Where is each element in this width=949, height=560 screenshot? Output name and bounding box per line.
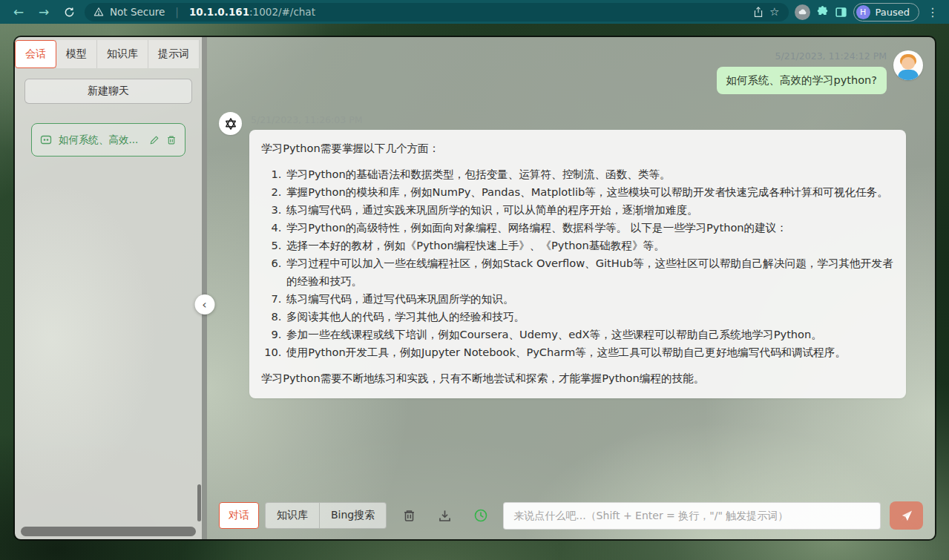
download-chat-icon[interactable] (438, 509, 452, 523)
list-item: 练习编写代码，通过写代码来巩固所学的知识。 (285, 290, 894, 308)
history-clock-icon[interactable] (473, 508, 488, 523)
tab-conversations[interactable]: 会话 (15, 40, 56, 68)
mode-bing-search-button[interactable]: Bing搜索 (319, 503, 386, 528)
user-avatar (893, 50, 923, 80)
sidebar-vertical-scrollbar[interactable] (197, 484, 201, 521)
list-item: 学习Python的高级特性，例如面向对象编程、网络编程、数据科学等。 以下是一些… (285, 219, 894, 237)
list-item: 学习Python的基础语法和数据类型，包括变量、运算符、控制流、函数、类等。 (285, 165, 894, 183)
browser-menu-icon[interactable]: ⋮ (925, 5, 940, 19)
new-chat-button[interactable]: 新建聊天 (24, 79, 192, 104)
mode-chat-button[interactable]: 对话 (219, 502, 259, 529)
extensions-puzzle-icon[interactable] (816, 6, 829, 19)
url-host: 10.1.0.161 (189, 6, 249, 18)
tab-knowledge-base[interactable]: 知识库 (97, 40, 148, 68)
tab-prompts[interactable]: 提示词 (148, 40, 200, 68)
user-message-bubble: 如何系统、高效的学习python? (717, 67, 887, 94)
avatar: H (856, 5, 870, 19)
url-text[interactable]: 10.1.0.161:1002/#/chat (189, 6, 747, 18)
profile-paused-button[interactable]: H Paused (853, 3, 919, 22)
conversation-list-item[interactable]: 如何系统、高效... (31, 123, 185, 157)
list-item: 选择一本好的教材，例如《Python编程快速上手》、《Python基础教程》等。 (285, 237, 894, 254)
profile-status-label: Paused (876, 7, 910, 18)
message-list: 5/21/2023, 11:24:12 PM 如何系统、高效的学习python?… (207, 37, 935, 492)
composer-toolbar: 对话 知识库 Bing搜索 (207, 492, 935, 539)
mode-group: 知识库 Bing搜索 (265, 502, 387, 529)
delete-conversation-icon[interactable] (166, 135, 177, 145)
chat-app-window: 会话 模型 知识库 提示词 新建聊天 如何系统、高效... (13, 36, 936, 541)
url-path: :1002/#/chat (249, 6, 315, 18)
clear-chat-trash-icon[interactable] (402, 509, 416, 523)
openai-logo-icon (219, 112, 242, 135)
collapse-sidebar-button[interactable]: ‹ (194, 294, 214, 314)
send-button[interactable] (890, 501, 923, 530)
assistant-message-row: 5/21/2023, 11:26:03 PM 学习Python需要掌握以下几个方… (219, 112, 923, 398)
share-icon[interactable] (753, 7, 764, 18)
assistant-outro: 学习Python需要不断地练习和实践，只有不断地尝试和探索，才能掌握Python… (261, 369, 894, 387)
sidebar-tabs: 会话 模型 知识库 提示词 (15, 40, 202, 68)
list-item: 学习过程中可以加入一些在线编程社区，例如Stack Overflow、GitHu… (285, 254, 894, 290)
mode-knowledge-base-button[interactable]: 知识库 (266, 503, 319, 528)
forward-icon[interactable]: → (34, 2, 53, 22)
not-secure-warning-icon[interactable] (93, 7, 104, 17)
list-item: 参加一些在线课程或线下培训，例如Coursera、Udemy、edX等，这些课程… (285, 326, 894, 343)
sidebar-horizontal-scrollbar[interactable] (21, 527, 196, 536)
user-message-timestamp: 5/21/2023, 11:24:12 PM (775, 50, 887, 62)
edit-conversation-icon[interactable] (149, 135, 160, 145)
url-separator: | (175, 6, 179, 18)
assistant-intro: 学习Python需要掌握以下几个方面： (261, 139, 894, 157)
conversation-title: 如何系统、高效... (59, 134, 142, 147)
sidebar: 会话 模型 知识库 提示词 新建聊天 如何系统、高效... (15, 37, 202, 539)
chat-main-area: 5/21/2023, 11:24:12 PM 如何系统、高效的学习python?… (207, 37, 935, 539)
assistant-message-bubble: 学习Python需要掌握以下几个方面： 学习Python的基础语法和数据类型，包… (249, 130, 906, 398)
sidebar-divider: ‹ (202, 37, 207, 539)
list-item: 使用Python开发工具，例如Jupyter Notebook、PyCharm等… (285, 343, 894, 361)
tab-models[interactable]: 模型 (56, 40, 97, 68)
assistant-message-timestamp: 5/21/2023, 11:26:03 PM (251, 114, 906, 125)
refresh-icon[interactable] (59, 2, 79, 22)
side-panel-icon[interactable] (835, 6, 847, 19)
list-item: 练习编写代码，通过实践来巩固所学的知识，可以从简单的程序开始，逐渐增加难度。 (285, 201, 894, 219)
security-label: Not Secure (110, 6, 165, 18)
message-input[interactable] (503, 502, 881, 530)
assistant-list: 学习Python的基础语法和数据类型，包括变量、运算符、控制流、函数、类等。 掌… (261, 165, 894, 361)
address-bar[interactable]: Not Secure | 10.1.0.161:1002/#/chat ☆ (85, 3, 789, 22)
composer-icons (402, 508, 488, 523)
cloud-extension-icon[interactable] (795, 4, 810, 20)
back-icon[interactable]: ← (9, 2, 28, 22)
user-message-row: 5/21/2023, 11:24:12 PM 如何系统、高效的学习python? (219, 50, 923, 94)
list-item: 多阅读其他人的代码，学习其他人的经验和技巧。 (285, 308, 894, 326)
browser-toolbar: ← → Not Secure | 10.1.0.161:1002/#/chat … (0, 0, 949, 24)
chat-bubble-icon (40, 134, 52, 146)
bookmark-star-icon[interactable]: ☆ (769, 5, 779, 19)
list-item: 掌握Python的模块和库，例如NumPy、Pandas、Matplotlib等… (285, 183, 894, 201)
